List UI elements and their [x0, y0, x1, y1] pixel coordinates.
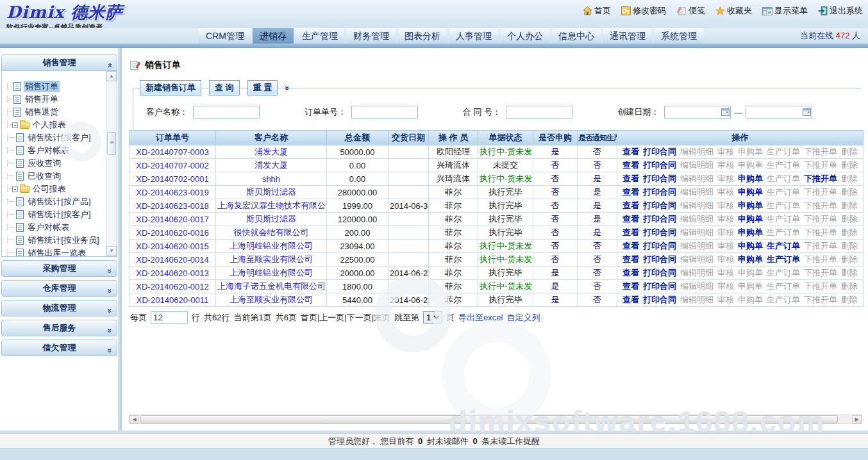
page-nav-下一页[interactable]: 下一页 [347, 313, 372, 322]
new-sales-order-button[interactable]: 新建销售订单 [140, 80, 201, 95]
action-打印合同[interactable]: 打印合同 [643, 295, 676, 304]
cell-customer[interactable]: 浦发大厦 [216, 159, 327, 172]
tab-进销存[interactable]: 进销存 [253, 28, 294, 44]
expand-chevron-icon[interactable]: » [101, 308, 117, 313]
tree-item-销售统计[按产品][interactable]: ┊┈┈销售统计[按产品] [6, 195, 111, 208]
tree-item-销售开单[interactable]: ┊┈销售开单 [6, 93, 111, 106]
action-打印合同[interactable]: 打印合同 [643, 254, 676, 264]
cell-order-no[interactable]: XD-20140620-0017 [129, 213, 216, 226]
quick-link-home[interactable]: 首页 [583, 5, 611, 17]
action-打印合同[interactable]: 打印合同 [643, 201, 676, 210]
action-打印合同[interactable]: 打印合同 [643, 227, 676, 237]
action-打印合同[interactable]: 打印合同 [643, 281, 676, 291]
expand-chevron-icon[interactable]: » [101, 328, 117, 333]
action-查看[interactable]: 查看 [622, 241, 639, 251]
action-查看[interactable]: 查看 [622, 227, 639, 237]
action-打印合同[interactable]: 打印合同 [643, 160, 676, 170]
tree-scroll-down-icon[interactable]: ▼ [106, 246, 117, 256]
action-申购单[interactable]: 申购单 [738, 227, 763, 237]
export-excel-link[interactable]: 导出至excel [458, 312, 503, 324]
action-生产订单[interactable]: 生产订单 [767, 254, 800, 264]
cell-order-no[interactable]: XD-20140620-0012 [129, 280, 216, 293]
action-打印合同[interactable]: 打印合同 [643, 214, 676, 224]
calendar-icon[interactable] [721, 108, 730, 118]
tab-CRM管理[interactable]: CRM管理 [199, 28, 251, 44]
tab-个人办公[interactable]: 个人办公 [500, 28, 550, 44]
cell-customer[interactable]: 上海明歧铝业有限公司 [216, 267, 327, 280]
tree-item-客户对帐表[interactable]: ┊┈┈客户对帐表 [6, 144, 111, 157]
cell-order-no[interactable]: XD-20140702-0001 [129, 172, 216, 186]
tab-人事管理[interactable]: 人事管理 [449, 28, 499, 44]
tree-scroll-up-icon[interactable]: ▲ [106, 71, 117, 81]
action-申购单[interactable]: 申购单 [738, 254, 763, 264]
action-查看[interactable]: 查看 [622, 281, 639, 291]
tree-item-销售统计[按业务员][interactable]: ┊┈┈销售统计[按业务员] [6, 234, 111, 247]
sidebar-panel-物流管理[interactable]: 物流管理» [1, 300, 117, 316]
tree-expander-icon[interactable]: - [12, 122, 18, 128]
tree-item-销售订单[interactable]: ┊┈销售订单 [6, 80, 111, 93]
tree-item-销售退货[interactable]: ┊┈销售退货 [6, 106, 111, 119]
action-申购单[interactable]: 申购单 [738, 174, 763, 183]
action-申购单[interactable]: 申购单 [738, 241, 763, 251]
action-打印合同[interactable]: 打印合同 [643, 187, 676, 197]
cell-order-no[interactable]: XD-20140707-0003 [129, 145, 216, 159]
action-查看[interactable]: 查看 [622, 187, 639, 197]
tree-expander-icon[interactable]: - [12, 186, 18, 192]
cell-order-no[interactable]: XD-20140707-0002 [129, 159, 216, 172]
action-下推开单[interactable]: 下推开单 [804, 174, 837, 183]
action-打印合同[interactable]: 打印合同 [643, 147, 676, 156]
tree-item-应收查询[interactable]: ┊┈┈应收查询 [6, 157, 111, 170]
tab-财务管理[interactable]: 财务管理 [346, 28, 396, 44]
cell-order-no[interactable]: XD-20140623-0018 [129, 199, 216, 213]
quick-link-menu[interactable]: 显示菜单 [762, 5, 808, 17]
cell-customer[interactable]: 浦发大厦 [216, 145, 327, 159]
tree-scroll-thumb[interactable] [107, 132, 116, 155]
tree-item-个人报表[interactable]: ┊┈-个人报表 [6, 119, 111, 131]
quick-link-note[interactable]: 便笺 [676, 5, 705, 17]
field-input[interactable] [193, 106, 260, 119]
custom-columns-link[interactable]: 自定义列 [506, 312, 540, 324]
page-nav-首页[interactable]: 首页 [301, 313, 317, 322]
hscroll-thumb[interactable] [140, 415, 838, 423]
cell-order-no[interactable]: XD-20140620-0011 [129, 293, 216, 307]
action-生产订单[interactable]: 生产订单 [767, 241, 800, 251]
action-查看[interactable]: 查看 [622, 201, 639, 210]
sidebar-panel-借欠管理[interactable]: 借欠管理» [1, 340, 117, 356]
cell-customer[interactable]: 上海复宏汉霖生物技术有限公司 [216, 199, 327, 213]
tab-生产管理[interactable]: 生产管理 [295, 28, 345, 44]
tree-scrollbar[interactable]: ▲ ▼ [106, 71, 117, 256]
quick-link-key[interactable]: 修改密码 [621, 5, 666, 17]
page-nav-上一页[interactable]: 上一页 [319, 313, 344, 322]
action-查看[interactable]: 查看 [622, 214, 639, 224]
sidebar-panel-售后服务[interactable]: 售后服务» [1, 320, 117, 336]
expand-chevron-icon[interactable]: » [101, 348, 117, 352]
action-申购单[interactable]: 申购单 [738, 201, 763, 210]
sidebar-panel-采购管理[interactable]: 采购管理» [1, 260, 117, 277]
expand-chevron-icon[interactable]: » [101, 288, 117, 293]
action-申购单[interactable]: 申购单 [738, 214, 763, 224]
tree-item-公司报表[interactable]: ┊┈-公司报表 [6, 183, 111, 195]
quick-link-exit[interactable]: 退出系统 [818, 5, 863, 17]
tree-item-客户对帐表[interactable]: ┊┈┈客户对帐表 [6, 221, 111, 234]
cell-customer[interactable]: 斯贝斯过滤器 [216, 186, 327, 199]
field-input[interactable] [351, 106, 418, 119]
cell-order-no[interactable]: XD-20140623-0019 [129, 186, 216, 199]
action-查看[interactable]: 查看 [622, 174, 639, 183]
action-查看[interactable]: 查看 [622, 160, 639, 170]
sidebar-panel-仓库管理[interactable]: 仓库管理» [1, 280, 117, 297]
quick-link-star[interactable]: 收藏夹 [715, 5, 752, 17]
cell-customer[interactable]: 很快就会结有限公司 [216, 226, 327, 240]
hscroll-right-icon[interactable]: ▶ [852, 415, 862, 423]
cell-customer[interactable]: shhh [216, 172, 327, 186]
cell-order-no[interactable]: XD-20140620-0015 [129, 240, 216, 253]
cell-customer[interactable]: 斯贝斯过滤器 [216, 213, 327, 226]
cell-order-no[interactable]: XD-20140620-0016 [129, 226, 216, 240]
cell-order-no[interactable]: XD-20140620-0014 [129, 253, 216, 267]
cell-customer[interactable]: 上海海子诺五金机电有限公司 [216, 280, 327, 293]
sidebar-panel-sales[interactable]: 销售管理 » [1, 54, 117, 71]
collapse-chevron-icon[interactable]: » [101, 63, 117, 67]
tree-item-销售统计[按客户][interactable]: ┊┈┈销售统计[按客户] [6, 208, 111, 221]
action-查看[interactable]: 查看 [622, 147, 639, 156]
tab-图表分析[interactable]: 图表分析 [397, 28, 447, 44]
tab-信息中心[interactable]: 信息中心 [551, 28, 601, 44]
